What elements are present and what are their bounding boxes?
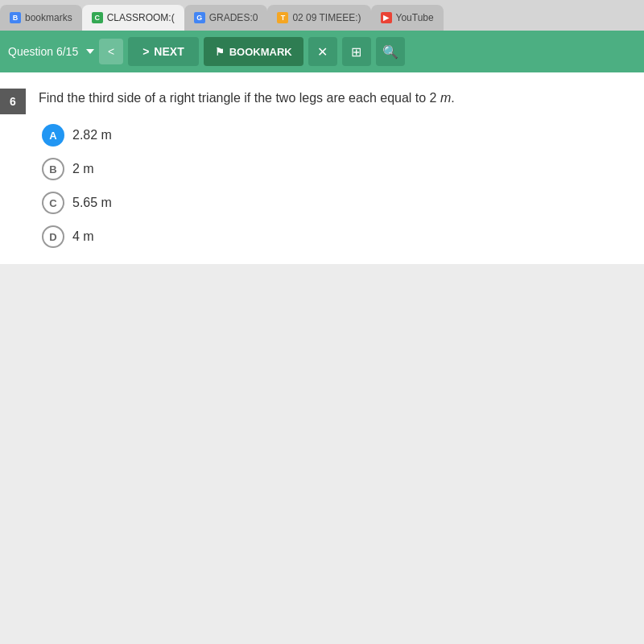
question-label: Question 6/15 [8,45,78,58]
option-b-text: 2 m [72,162,94,176]
bookmark-button[interactable]: ⚑ BOOKMARK [204,37,303,66]
option-c-text: 5.65 m [72,196,112,210]
timeee-icon: T [277,12,288,23]
option-c[interactable]: C 5.65 m [42,192,620,214]
tab-bar: B bookmarks C CLASSROOM:( G GRADES:0 T 0… [0,0,644,31]
option-a-circle: A [42,124,64,147]
option-d-text: 4 m [72,229,94,244]
next-button[interactable]: > NEXT [128,37,199,66]
main-content: 6 Find the third side of a right triangl… [0,72,644,644]
option-a-text: 2.82 m [72,128,112,142]
question-container: 6 Find the third side of a right triangl… [0,72,644,264]
tab-bookmarks-label: bookmarks [25,12,72,23]
empty-content-area [0,264,644,644]
tab-youtube[interactable]: ▶ YouTube [371,5,444,31]
search-button[interactable]: 🔍 [376,37,405,66]
classroom-icon: C [92,12,103,23]
option-d-label: D [49,231,56,243]
tab-classroom[interactable]: C CLASSROOM:( [82,5,184,31]
option-c-circle: C [42,192,64,214]
option-c-label: C [49,197,56,209]
question-number-badge: 6 [0,89,26,114]
grid-icon: ⊞ [351,44,361,60]
next-label: NEXT [154,45,184,58]
close-button[interactable]: ✕ [308,37,337,66]
tab-grades[interactable]: G GRADES:0 [184,5,268,31]
next-arrow-icon: > [142,45,149,58]
options-list: A 2.82 m B 2 m C 5.65 m [42,124,620,248]
close-icon: ✕ [317,44,328,60]
tab-grades-label: GRADES:0 [209,12,258,23]
question-text: Find the third side of a right triangle … [39,89,620,108]
tab-classroom-label: CLASSROOM:( [107,12,175,23]
chevron-down-icon[interactable] [86,49,94,54]
option-b[interactable]: B 2 m [42,158,620,180]
tab-bookmarks[interactable]: B bookmarks [0,5,82,31]
search-icon: 🔍 [382,44,398,60]
option-b-label: B [49,163,56,175]
question-nav: Question 6/15 [8,45,94,58]
grid-button[interactable]: ⊞ [342,37,371,66]
question-toolbar: Question 6/15 < > NEXT ⚑ BOOKMARK ✕ ⊞ 🔍 [0,31,644,72]
youtube-icon: ▶ [381,12,392,23]
grades-icon: G [194,12,205,23]
option-d-circle: D [42,225,64,248]
option-a[interactable]: A 2.82 m [42,124,620,147]
tab-timeee-label: 02 09 TIMEEE:) [292,12,361,23]
option-b-circle: B [42,158,64,180]
bookmarks-icon: B [10,12,21,23]
option-a-label: A [49,130,56,142]
prev-button[interactable]: < [99,39,123,64]
tab-youtube-label: YouTube [396,12,434,23]
question-content: Find the third side of a right triangle … [39,89,620,248]
option-d[interactable]: D 4 m [42,225,620,248]
bookmark-label: BOOKMARK [229,46,292,58]
tab-timeee[interactable]: T 02 09 TIMEEE:) [267,5,370,31]
bookmark-icon: ⚑ [215,46,225,58]
